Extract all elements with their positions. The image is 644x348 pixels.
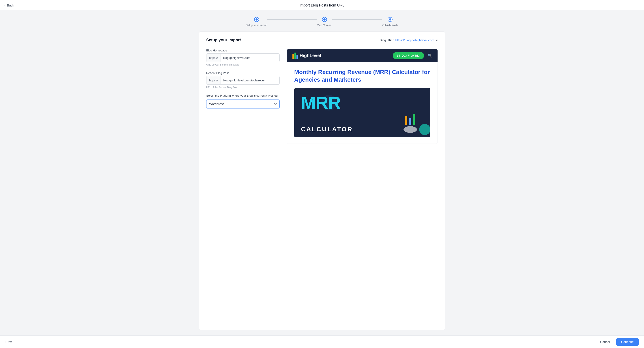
step-2: Map Content: [317, 17, 332, 27]
step-3: Publish Posts: [382, 17, 398, 27]
step-2-label: Map Content: [317, 24, 332, 27]
continue-button[interactable]: Continue: [616, 338, 639, 346]
step-2-circle: [322, 17, 327, 22]
homepage-prefix: https://: [206, 54, 221, 62]
step-3-dot: [389, 18, 391, 20]
back-button[interactable]: ‹ Back: [4, 3, 14, 7]
header: ‹ Back Import Blog Posts from URL: [0, 0, 644, 11]
arrow-yellow: [292, 54, 294, 59]
rocket-area: [404, 114, 417, 133]
card-title: Setup your Import: [206, 38, 241, 42]
footer-right: Cancel Continue: [596, 338, 639, 346]
blog-url-area: Blog URL: https://blog.gohighlevel.com ↗: [380, 38, 438, 42]
rocket-arrow-green: [413, 114, 416, 125]
platform-select[interactable]: Wordpress Ghost Medium Blogger Other: [206, 100, 280, 109]
arrow-green: [294, 53, 296, 59]
step-1-dot: [256, 18, 258, 20]
rocket-arrow-blue: [409, 118, 411, 125]
arrow-blue: [296, 55, 298, 59]
cancel-button[interactable]: Cancel: [596, 338, 614, 346]
card-header: Setup your Import Blog URL: https://blog…: [206, 38, 438, 42]
left-panel: Blog Homepage https:// URL of your Blog'…: [206, 49, 287, 144]
recent-post-label: Recent Blog Post: [206, 71, 280, 75]
recent-post-input[interactable]: [221, 76, 280, 84]
step-line-2: [332, 19, 382, 20]
blog-post-title: Monthly Recurring Revenue (MRR) Calculat…: [294, 68, 430, 84]
recent-post-input-row[interactable]: https://: [206, 76, 280, 85]
blog-preview-body: Monthly Recurring Revenue (MRR) Calculat…: [287, 62, 438, 144]
step-3-label: Publish Posts: [382, 24, 398, 27]
platform-label: Select the Platform where your Blog is c…: [206, 94, 280, 97]
step-1: Setup your Import: [246, 17, 267, 27]
teal-circle-decoration: [419, 124, 430, 135]
recent-post-field: Recent Blog Post https:// URL of the Rec…: [206, 71, 280, 89]
step-1-circle: [254, 17, 259, 22]
setup-card: Setup your Import Blog URL: https://blog…: [199, 31, 445, 330]
rocket-arrows: [405, 114, 416, 125]
main-content: Setup your Import Blog URL: https://blog…: [0, 31, 644, 348]
blog-logo: HighLevel: [292, 53, 321, 59]
blog-header: HighLevel 14 -Day Free Trial 🔍: [287, 49, 438, 62]
step-2-dot: [323, 18, 326, 20]
blog-homepage-label: Blog Homepage: [206, 49, 280, 52]
homepage-hint: URL of your Blog's Homepage: [206, 63, 280, 66]
chevron-left-icon: ‹: [4, 3, 6, 7]
rocket-arrow-yellow: [405, 116, 407, 125]
stepper: Setup your Import Map Content Publish Po…: [0, 11, 644, 31]
back-label: Back: [7, 3, 14, 7]
calc-text: CALCULATOR: [301, 126, 353, 133]
page-title: Import Blog Posts from URL: [300, 3, 344, 7]
blog-homepage-input-row[interactable]: https://: [206, 53, 280, 62]
external-link-icon: ↗: [436, 39, 438, 42]
footer: Prev Cancel Continue: [0, 336, 644, 348]
mrr-text: MRR: [301, 93, 340, 113]
logo-text: HighLevel: [300, 53, 321, 58]
trial-button[interactable]: 14 -Day Free Trial: [393, 52, 424, 59]
preview-header-right: 14 -Day Free Trial 🔍: [393, 52, 432, 59]
blog-url-link[interactable]: https://blog.gohighlevel.com: [395, 38, 434, 42]
logo-arrows: [292, 53, 298, 59]
blog-post-image: MRR CALCULATOR: [294, 88, 430, 137]
rocket-base: [404, 126, 417, 133]
card-body: Blog Homepage https:// URL of your Blog'…: [206, 49, 438, 144]
step-3-circle: [388, 17, 392, 22]
step-1-label: Setup your Import: [246, 24, 267, 27]
step-line-1: [267, 19, 317, 20]
blog-preview: HighLevel 14 -Day Free Trial 🔍 Monthly R…: [287, 49, 438, 144]
prev-button[interactable]: Prev: [5, 340, 12, 344]
recent-post-hint: URL of the Recent Blog Post: [206, 86, 280, 89]
recent-post-prefix: https://: [206, 76, 221, 84]
blog-url-label: Blog URL:: [380, 38, 394, 42]
search-icon[interactable]: 🔍: [428, 53, 432, 58]
blog-homepage-field: Blog Homepage https:// URL of your Blog'…: [206, 49, 280, 66]
platform-field: Select the Platform where your Blog is c…: [206, 94, 280, 109]
homepage-input[interactable]: [221, 54, 280, 62]
